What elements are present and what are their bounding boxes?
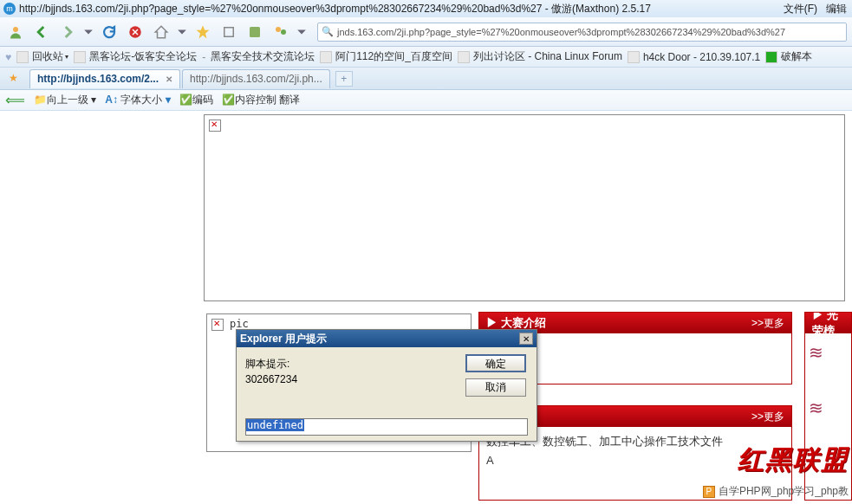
sub-toolbar: ⟸ 📁向上一级 ▾ A↕ 字体大小 ▾ ✅编码 ✅内容控制 翻译 (0, 90, 852, 111)
bookmark-item[interactable]: 列出讨论区 - China Linux Forum (458, 49, 622, 64)
svg-rect-3 (250, 27, 260, 37)
panel-title: ▶ 光荣榜 (812, 312, 844, 339)
new-tab-button[interactable]: + (335, 71, 353, 87)
content-control-button[interactable]: ✅内容控制 翻译 (222, 93, 300, 107)
tool-button[interactable] (270, 22, 291, 42)
page-content: pic ▶ 大赛介绍 >>更多 ▶ >>更多 数控车工、数控铣工、加工中心操作工… (0, 111, 852, 504)
dropdown-icon[interactable] (83, 22, 94, 42)
cancel-button[interactable]: 取消 (465, 378, 526, 397)
back-button[interactable] (31, 22, 52, 42)
favorites-button[interactable] (192, 22, 213, 42)
tab-active[interactable]: http://bjjnds.163.com/2...✕ (29, 69, 180, 88)
menu-edit[interactable]: 编辑 (824, 2, 849, 16)
dropdown-icon[interactable] (296, 22, 307, 42)
bookmark-item[interactable]: 破解本 (765, 49, 812, 64)
footer-icon: P (703, 486, 715, 498)
tab-bar: ★ http://bjjnds.163.com/2...✕ http://bjj… (0, 68, 852, 90)
svg-point-4 (276, 27, 281, 32)
bookmarks-bar: ♥ 回收站▾ 黑客论坛-饭客安全论坛 - 黑客安全技术交流论坛 阿门112的空间… (0, 47, 852, 68)
address-bar[interactable]: 🔍 jnds.163.com/2ji.php?page_style=%27%20… (317, 23, 847, 42)
tab-inactive[interactable]: http://bjjnds.163.com/2ji.ph... (182, 69, 330, 88)
pic-label: pic (230, 318, 249, 330)
up-level-button[interactable]: 📁向上一级 ▾ (34, 93, 96, 107)
encoding-button[interactable]: ✅编码 (179, 93, 213, 107)
forward-button[interactable] (57, 22, 78, 42)
font-size-button[interactable]: A↕ 字体大小 ▾ (105, 93, 170, 107)
decoration-icon: ≋ (809, 342, 848, 363)
window-titlebar: m http://bjjnds.163.com/2ji.php?page_sty… (0, 0, 852, 17)
app-icon: m (3, 3, 16, 15)
history-button[interactable] (218, 22, 239, 42)
broken-image-icon (211, 319, 224, 331)
main-toolbar: 🔍 jnds.163.com/2ji.php?page_style=%27%20… (0, 17, 852, 47)
stop-button[interactable] (125, 22, 146, 42)
back-icon[interactable]: ⟸ (5, 92, 25, 108)
close-icon[interactable]: ✕ (166, 74, 172, 84)
more-link[interactable]: >>更多 (751, 316, 784, 331)
dialog-title: Explorer 用户提示 (240, 332, 327, 346)
decoration-icon: ≋ (809, 397, 848, 418)
menu-file[interactable]: 文件(F) (782, 2, 819, 16)
broken-image-icon (209, 120, 221, 132)
svg-point-5 (281, 29, 286, 35)
bookmark-item[interactable]: 黑客安全技术交流论坛 (211, 49, 315, 64)
bookmark-item[interactable]: 阿门112的空间_百度空间 (320, 49, 452, 64)
home-button[interactable] (151, 22, 172, 42)
footer-link[interactable]: P 自学PHP网_php学习_php教 (703, 484, 849, 499)
more-link[interactable]: >>更多 (751, 410, 784, 424)
bookmark-recycle[interactable]: 回收站▾ (16, 49, 68, 64)
reload-button[interactable] (99, 22, 120, 42)
ok-button[interactable]: 确定 (465, 354, 526, 372)
dropdown-icon[interactable] (177, 22, 187, 42)
menu-bar: 文件(F) 编辑 (782, 2, 849, 16)
bookmark-item[interactable]: h4ck Door - 210.39.107.1 (628, 51, 760, 63)
bookmark-item[interactable]: 黑客论坛-饭客安全论坛 (74, 49, 197, 64)
tool-button[interactable] (244, 22, 265, 42)
star-icon[interactable]: ★ (9, 72, 23, 86)
prompt-dialog: Explorer 用户提示 ✕ 脚本提示: 302667234 确定 取消 un… (236, 329, 537, 442)
prompt-input[interactable]: undefined (245, 418, 528, 436)
content-frame (204, 114, 845, 301)
close-icon[interactable]: ✕ (519, 333, 533, 345)
watermark-text: 红黑联盟 (738, 443, 849, 478)
svg-rect-2 (224, 27, 234, 36)
user-icon[interactable] (5, 22, 26, 42)
dialog-titlebar[interactable]: Explorer 用户提示 ✕ (237, 330, 537, 347)
heart-icon[interactable]: ♥ (5, 51, 11, 63)
window-title: http://bjjnds.163.com/2ji.php?page_style… (19, 2, 773, 16)
svg-point-0 (13, 27, 18, 32)
address-text: jnds.163.com/2ji.php?page_style=%27%20on… (337, 27, 785, 37)
